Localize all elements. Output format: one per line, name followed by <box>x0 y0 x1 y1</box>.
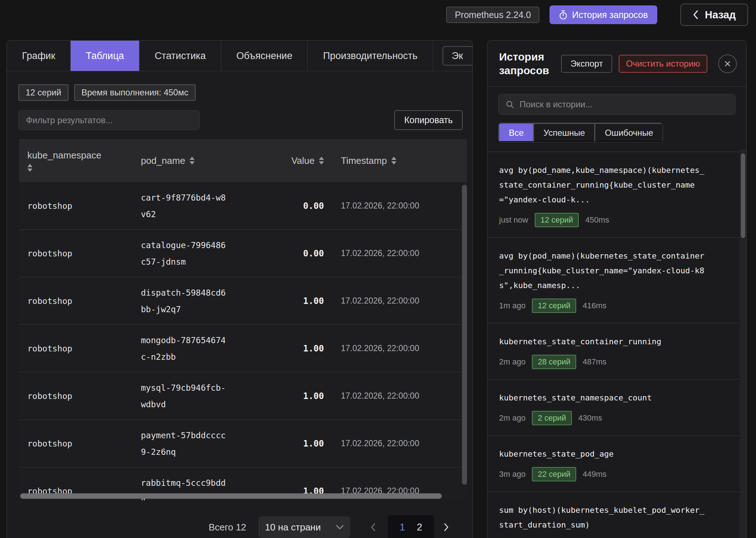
history-series-badge: 12 серий <box>532 299 576 313</box>
export-button[interactable]: Экспорт <box>561 55 612 73</box>
column-header-timestamp[interactable]: Timestamp <box>324 139 467 182</box>
history-entry-meta: 2m ago2 серий430ms <box>499 411 726 425</box>
cell-value: 1.00 <box>245 420 324 467</box>
filter-row: Копировать <box>18 110 463 130</box>
history-query-text: sum by(host)(kubernetes_kubelet_pod_work… <box>499 503 726 532</box>
history-duration-label: 450ms <box>585 215 609 225</box>
top-bar: Prometheus 2.24.0 История запросов Назад <box>446 4 748 26</box>
tab-5[interactable]: Производительность <box>308 41 433 71</box>
history-entry[interactable]: avg by(pod_name,kube_namespace)(kubernet… <box>488 152 746 238</box>
version-badge: Prometheus 2.24.0 <box>446 6 539 23</box>
tab-6[interactable]: Эк <box>443 46 473 66</box>
column-header-pod_name[interactable]: pod_name <box>141 139 245 182</box>
history-query-text: kubernetes_state_container_running <box>499 334 726 349</box>
history-duration-label: 487ms <box>583 357 606 367</box>
next-page-button[interactable] <box>442 523 451 532</box>
table-row[interactable]: robotshopdispatch-59848cd6bb-jw2q71.0017… <box>19 277 467 325</box>
sort-icon[interactable] <box>319 157 324 165</box>
clear-history-button[interactable]: Очистить историю <box>619 55 707 73</box>
tab-2[interactable]: Таблица <box>71 41 139 71</box>
query-line: kubernetes_state_namespace_count <box>499 390 726 405</box>
cell-timestamp: 17.02.2026, 22:00:00 <box>324 182 467 229</box>
sort-icon[interactable] <box>190 157 195 165</box>
table-row[interactable]: robotshoppayment-57bddcccc9-2z6nq1.0017.… <box>19 420 467 467</box>
history-time-label: 2m ago <box>499 357 525 367</box>
chevron-left-icon <box>693 10 698 20</box>
history-list: avg by(pod_name,kube_namespace)(kubernet… <box>488 152 746 538</box>
back-label: Назад <box>705 9 736 21</box>
cell-namespace: robotshop <box>19 230 141 277</box>
pod-name-text: mysql-79cb946fcb-wdbvd <box>141 380 229 413</box>
history-filter-2[interactable]: Успешные <box>533 123 595 142</box>
history-filter-1[interactable]: Все <box>499 123 533 142</box>
cell-value: 1.00 <box>245 372 324 420</box>
column-label: kube_namespace <box>27 150 101 161</box>
history-search-input[interactable] <box>520 99 729 109</box>
table-row[interactable]: robotshopmongodb-787654674c-n2zbb1.0017.… <box>19 325 467 372</box>
pagination: Всего 12 10 на страни 12 <box>209 515 451 538</box>
history-entry[interactable]: kubernetes_state_namespace_count2m ago2 … <box>488 380 746 436</box>
pod-name-text: catalogue-7996486c57-jdnsm <box>141 237 229 270</box>
query-line: _running{kube_cluster_name="yandex-cloud… <box>499 263 726 278</box>
tab-3[interactable]: Статистика <box>139 41 221 71</box>
close-sidebar-button[interactable] <box>718 54 737 73</box>
query-line: kubernetes_state_container_running <box>499 334 726 349</box>
table-row[interactable]: robotshopcatalogue-7996486c57-jdnsm0.001… <box>19 230 467 277</box>
history-duration-label: 430ms <box>578 413 602 423</box>
pod-name-text: cart-9f8776bd4-w8v62 <box>141 189 229 223</box>
tab-1[interactable]: График <box>7 41 71 71</box>
page-button-1[interactable]: 1 <box>400 522 405 533</box>
results-table: kube_namespacepod_nameValueTimestamp rob… <box>19 139 467 500</box>
page-size-select[interactable]: 10 на страни <box>258 516 350 538</box>
query-line: s",kube_namesp... <box>499 278 726 293</box>
results-panel: ГрафикТаблицаСтатистикаОбъяснениеПроизво… <box>6 40 473 538</box>
result-meta-badges: 12 серий Время выполнения: 450мс <box>18 84 196 101</box>
history-entry[interactable]: kubernetes_state_pod_age3m ago22 серий44… <box>488 436 746 492</box>
sort-icon[interactable] <box>391 157 396 165</box>
page-button-2[interactable]: 2 <box>417 522 422 533</box>
cell-namespace: robotshop <box>19 420 141 467</box>
pod-name-text: mongodb-787654674c-n2zbb <box>141 332 229 365</box>
query-history-button[interactable]: История запросов <box>550 5 657 24</box>
sort-icon[interactable] <box>27 164 32 172</box>
table-vertical-scrollbar[interactable] <box>462 185 467 485</box>
cell-timestamp: 17.02.2026, 22:00:00 <box>324 372 467 420</box>
query-line: avg by(pod_name)(kubernetes_state_contai… <box>499 248 726 263</box>
history-duration-label: 416ms <box>583 301 606 310</box>
chevron-down-icon <box>336 525 344 530</box>
cell-value: 1.00 <box>245 277 324 324</box>
close-icon <box>724 60 731 67</box>
history-entry[interactable]: avg by(pod_name)(kubernetes_state_contai… <box>488 238 746 323</box>
column-header-value[interactable]: Value <box>245 139 324 182</box>
cell-namespace: robotshop <box>19 182 141 229</box>
table-horizontal-scrollbar[interactable] <box>20 493 442 499</box>
prev-page-button[interactable] <box>368 523 378 532</box>
cell-pod-name: cart-9f8776bd4-w8v62 <box>141 182 245 229</box>
cell-value: 0.00 <box>245 182 324 229</box>
cell-timestamp: 17.02.2026, 22:00:00 <box>324 420 467 467</box>
copy-button[interactable]: Копировать <box>394 110 463 130</box>
history-entry-meta: just now12 серий450ms <box>499 213 726 227</box>
cell-value: 1.00 <box>245 325 324 372</box>
table-row[interactable]: robotshopcart-9f8776bd4-w8v620.0017.02.2… <box>19 182 467 230</box>
column-header-kube_namespace[interactable]: kube_namespace <box>19 139 141 182</box>
history-entry[interactable]: kubernetes_state_container_running2m ago… <box>488 323 746 380</box>
history-filter-3[interactable]: Ошибочные <box>595 123 662 142</box>
history-entry[interactable]: sum by(host)(kubernetes_kubelet_pod_work… <box>488 492 746 538</box>
tab-4[interactable]: Объяснение <box>221 41 308 71</box>
cell-timestamp: 17.02.2026, 22:00:00 <box>324 277 467 324</box>
history-entry-meta: 1m ago12 серий416ms <box>499 299 726 313</box>
total-count-label: Всего 12 <box>209 522 246 533</box>
sidebar-search-row <box>488 87 746 115</box>
table-row[interactable]: robotshopmysql-79cb946fcb-wdbvd1.0017.02… <box>19 372 467 420</box>
back-button[interactable]: Назад <box>680 4 748 26</box>
results-filter-input[interactable] <box>18 110 200 130</box>
query-line: state_container_running{kube_cluster_nam… <box>499 178 726 192</box>
cell-pod-name: dispatch-59848cd6bb-jw2q7 <box>141 277 245 324</box>
history-duration-label: 449ms <box>583 470 606 479</box>
history-time-label: 1m ago <box>499 301 525 310</box>
history-query-text: avg by(pod_name)(kubernetes_state_contai… <box>499 248 726 293</box>
sidebar-header: История запросов Экспорт Очистить истори… <box>488 41 746 87</box>
sidebar-scrollbar-thumb[interactable] <box>741 153 745 238</box>
history-time-label: just now <box>499 215 528 225</box>
